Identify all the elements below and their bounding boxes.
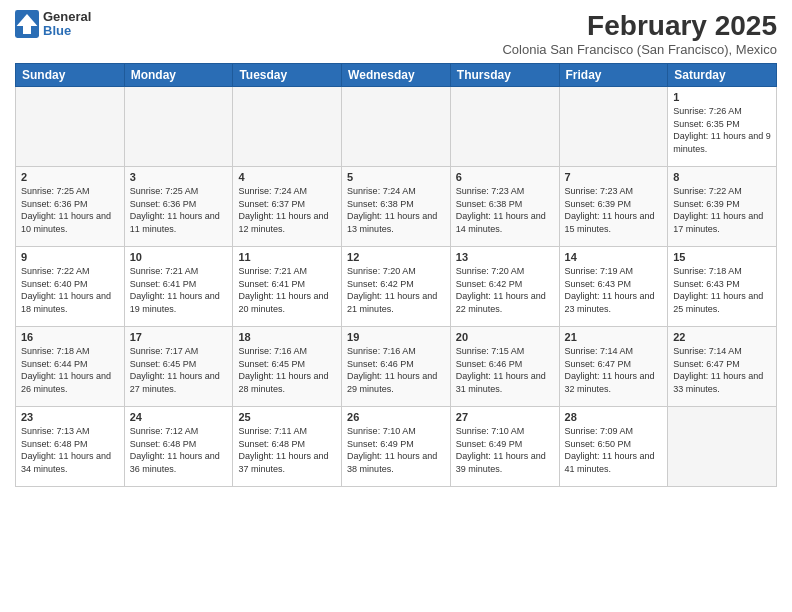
calendar-cell: 3Sunrise: 7:25 AM Sunset: 6:36 PM Daylig…: [124, 167, 233, 247]
day-info: Sunrise: 7:18 AM Sunset: 6:43 PM Dayligh…: [673, 265, 771, 315]
calendar-cell: [16, 87, 125, 167]
calendar-cell: 8Sunrise: 7:22 AM Sunset: 6:39 PM Daylig…: [668, 167, 777, 247]
day-info: Sunrise: 7:11 AM Sunset: 6:48 PM Dayligh…: [238, 425, 336, 475]
calendar-cell: 23Sunrise: 7:13 AM Sunset: 6:48 PM Dayli…: [16, 407, 125, 487]
day-info: Sunrise: 7:20 AM Sunset: 6:42 PM Dayligh…: [456, 265, 554, 315]
calendar-cell: 26Sunrise: 7:10 AM Sunset: 6:49 PM Dayli…: [342, 407, 451, 487]
day-number: 10: [130, 251, 228, 263]
calendar-cell: 9Sunrise: 7:22 AM Sunset: 6:40 PM Daylig…: [16, 247, 125, 327]
day-info: Sunrise: 7:24 AM Sunset: 6:38 PM Dayligh…: [347, 185, 445, 235]
weekday-header-saturday: Saturday: [668, 64, 777, 87]
day-number: 18: [238, 331, 336, 343]
day-number: 5: [347, 171, 445, 183]
day-info: Sunrise: 7:12 AM Sunset: 6:48 PM Dayligh…: [130, 425, 228, 475]
calendar-cell: [342, 87, 451, 167]
calendar-cell: 11Sunrise: 7:21 AM Sunset: 6:41 PM Dayli…: [233, 247, 342, 327]
calendar-cell: 13Sunrise: 7:20 AM Sunset: 6:42 PM Dayli…: [450, 247, 559, 327]
calendar-cell: 22Sunrise: 7:14 AM Sunset: 6:47 PM Dayli…: [668, 327, 777, 407]
day-number: 17: [130, 331, 228, 343]
calendar-cell: 15Sunrise: 7:18 AM Sunset: 6:43 PM Dayli…: [668, 247, 777, 327]
day-number: 6: [456, 171, 554, 183]
day-info: Sunrise: 7:23 AM Sunset: 6:39 PM Dayligh…: [565, 185, 663, 235]
day-info: Sunrise: 7:10 AM Sunset: 6:49 PM Dayligh…: [456, 425, 554, 475]
week-row-1: 2Sunrise: 7:25 AM Sunset: 6:36 PM Daylig…: [16, 167, 777, 247]
day-info: Sunrise: 7:21 AM Sunset: 6:41 PM Dayligh…: [238, 265, 336, 315]
calendar-cell: 16Sunrise: 7:18 AM Sunset: 6:44 PM Dayli…: [16, 327, 125, 407]
week-row-0: 1Sunrise: 7:26 AM Sunset: 6:35 PM Daylig…: [16, 87, 777, 167]
day-number: 20: [456, 331, 554, 343]
calendar-cell: [668, 407, 777, 487]
day-info: Sunrise: 7:23 AM Sunset: 6:38 PM Dayligh…: [456, 185, 554, 235]
day-number: 11: [238, 251, 336, 263]
calendar-cell: 1Sunrise: 7:26 AM Sunset: 6:35 PM Daylig…: [668, 87, 777, 167]
logo: General Blue: [15, 10, 91, 39]
day-number: 14: [565, 251, 663, 263]
day-info: Sunrise: 7:19 AM Sunset: 6:43 PM Dayligh…: [565, 265, 663, 315]
day-info: Sunrise: 7:16 AM Sunset: 6:46 PM Dayligh…: [347, 345, 445, 395]
day-info: Sunrise: 7:22 AM Sunset: 6:39 PM Dayligh…: [673, 185, 771, 235]
title-section: February 2025 Colonia San Francisco (San…: [502, 10, 777, 57]
day-number: 25: [238, 411, 336, 423]
calendar-cell: 6Sunrise: 7:23 AM Sunset: 6:38 PM Daylig…: [450, 167, 559, 247]
day-info: Sunrise: 7:18 AM Sunset: 6:44 PM Dayligh…: [21, 345, 119, 395]
calendar-cell: 20Sunrise: 7:15 AM Sunset: 6:46 PM Dayli…: [450, 327, 559, 407]
week-row-3: 16Sunrise: 7:18 AM Sunset: 6:44 PM Dayli…: [16, 327, 777, 407]
weekday-header-wednesday: Wednesday: [342, 64, 451, 87]
day-info: Sunrise: 7:14 AM Sunset: 6:47 PM Dayligh…: [673, 345, 771, 395]
day-info: Sunrise: 7:14 AM Sunset: 6:47 PM Dayligh…: [565, 345, 663, 395]
day-info: Sunrise: 7:25 AM Sunset: 6:36 PM Dayligh…: [21, 185, 119, 235]
weekday-header-thursday: Thursday: [450, 64, 559, 87]
day-number: 27: [456, 411, 554, 423]
main-title: February 2025: [502, 10, 777, 42]
calendar-cell: 18Sunrise: 7:16 AM Sunset: 6:45 PM Dayli…: [233, 327, 342, 407]
weekday-header-monday: Monday: [124, 64, 233, 87]
day-number: 9: [21, 251, 119, 263]
day-info: Sunrise: 7:09 AM Sunset: 6:50 PM Dayligh…: [565, 425, 663, 475]
day-number: 12: [347, 251, 445, 263]
day-number: 16: [21, 331, 119, 343]
day-number: 15: [673, 251, 771, 263]
day-number: 19: [347, 331, 445, 343]
calendar-cell: [233, 87, 342, 167]
weekday-header-friday: Friday: [559, 64, 668, 87]
logo-blue: Blue: [43, 24, 91, 38]
calendar-cell: 21Sunrise: 7:14 AM Sunset: 6:47 PM Dayli…: [559, 327, 668, 407]
day-number: 23: [21, 411, 119, 423]
day-info: Sunrise: 7:16 AM Sunset: 6:45 PM Dayligh…: [238, 345, 336, 395]
calendar-cell: 25Sunrise: 7:11 AM Sunset: 6:48 PM Dayli…: [233, 407, 342, 487]
day-info: Sunrise: 7:13 AM Sunset: 6:48 PM Dayligh…: [21, 425, 119, 475]
day-number: 7: [565, 171, 663, 183]
day-info: Sunrise: 7:26 AM Sunset: 6:35 PM Dayligh…: [673, 105, 771, 155]
day-info: Sunrise: 7:15 AM Sunset: 6:46 PM Dayligh…: [456, 345, 554, 395]
day-number: 28: [565, 411, 663, 423]
svg-rect-2: [23, 26, 31, 34]
day-number: 24: [130, 411, 228, 423]
day-number: 26: [347, 411, 445, 423]
calendar-page: General Blue February 2025 Colonia San F…: [0, 0, 792, 612]
week-row-2: 9Sunrise: 7:22 AM Sunset: 6:40 PM Daylig…: [16, 247, 777, 327]
calendar-cell: 24Sunrise: 7:12 AM Sunset: 6:48 PM Dayli…: [124, 407, 233, 487]
calendar-cell: 28Sunrise: 7:09 AM Sunset: 6:50 PM Dayli…: [559, 407, 668, 487]
logo-icon: [15, 10, 39, 38]
day-info: Sunrise: 7:24 AM Sunset: 6:37 PM Dayligh…: [238, 185, 336, 235]
logo-text: General Blue: [43, 10, 91, 39]
day-info: Sunrise: 7:21 AM Sunset: 6:41 PM Dayligh…: [130, 265, 228, 315]
day-info: Sunrise: 7:25 AM Sunset: 6:36 PM Dayligh…: [130, 185, 228, 235]
day-number: 21: [565, 331, 663, 343]
day-info: Sunrise: 7:22 AM Sunset: 6:40 PM Dayligh…: [21, 265, 119, 315]
calendar-cell: 17Sunrise: 7:17 AM Sunset: 6:45 PM Dayli…: [124, 327, 233, 407]
calendar-cell: 4Sunrise: 7:24 AM Sunset: 6:37 PM Daylig…: [233, 167, 342, 247]
calendar-cell: 19Sunrise: 7:16 AM Sunset: 6:46 PM Dayli…: [342, 327, 451, 407]
day-number: 2: [21, 171, 119, 183]
day-info: Sunrise: 7:10 AM Sunset: 6:49 PM Dayligh…: [347, 425, 445, 475]
weekday-header-sunday: Sunday: [16, 64, 125, 87]
day-number: 8: [673, 171, 771, 183]
calendar-cell: 14Sunrise: 7:19 AM Sunset: 6:43 PM Dayli…: [559, 247, 668, 327]
day-info: Sunrise: 7:20 AM Sunset: 6:42 PM Dayligh…: [347, 265, 445, 315]
calendar-cell: 2Sunrise: 7:25 AM Sunset: 6:36 PM Daylig…: [16, 167, 125, 247]
day-number: 4: [238, 171, 336, 183]
weekday-header-tuesday: Tuesday: [233, 64, 342, 87]
calendar-cell: [124, 87, 233, 167]
calendar-cell: 12Sunrise: 7:20 AM Sunset: 6:42 PM Dayli…: [342, 247, 451, 327]
calendar-cell: [559, 87, 668, 167]
